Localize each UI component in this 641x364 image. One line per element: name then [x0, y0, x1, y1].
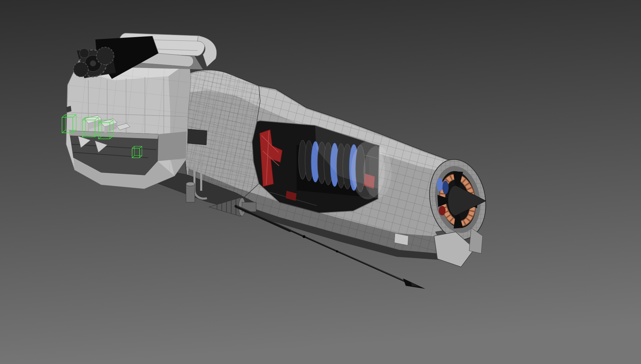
- viewport[interactable]: [0, 0, 641, 364]
- gear-hub: [90, 60, 96, 66]
- gear-small: [80, 49, 89, 58]
- viewport-canvas[interactable]: [0, 0, 641, 364]
- spike-ring: [336, 250, 338, 252]
- engine-blue-disc: [437, 178, 443, 191]
- vertical-cylinder: [186, 184, 195, 202]
- engine-blue-disc: [442, 181, 449, 194]
- engine-red-part: [439, 206, 446, 215]
- gear-medium: [73, 62, 88, 77]
- gear-medium: [96, 47, 114, 65]
- gear-cluster: [73, 47, 116, 78]
- cylinder-cap: [186, 182, 195, 186]
- band-right-panel: [158, 131, 187, 161]
- spike-ring: [303, 235, 305, 238]
